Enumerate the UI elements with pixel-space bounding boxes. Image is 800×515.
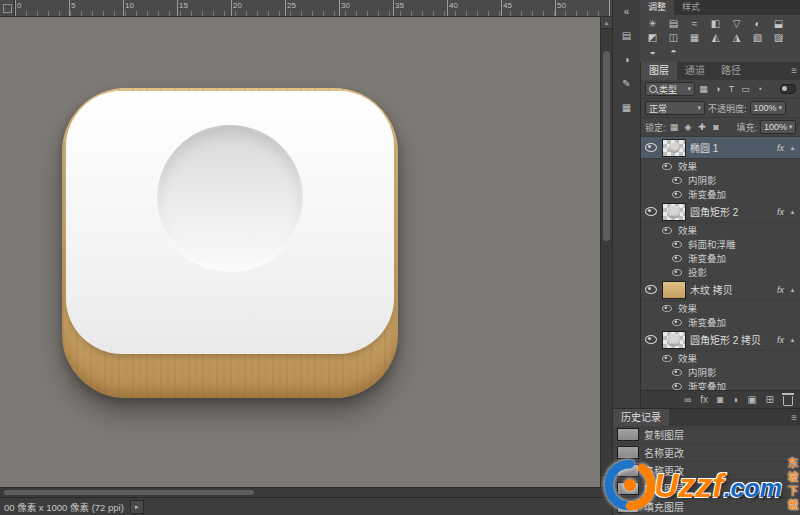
panel-menu-icon[interactable]: ≡ xyxy=(791,409,797,427)
tab-history[interactable]: 历史记录 xyxy=(613,409,669,426)
collapse-effects-icon[interactable]: ▴ xyxy=(788,286,797,294)
tab-layers[interactable]: 图层 xyxy=(641,62,677,80)
horizontal-ruler[interactable]: 0 5 10 15 20 25 30 35 40 45 50 xyxy=(15,0,612,17)
filter-adjustment-icon[interactable]: ◑ xyxy=(712,84,723,94)
layer-mask-icon[interactable]: ◙ xyxy=(717,391,723,409)
layer-name[interactable]: 圆角矩形 2 xyxy=(690,204,773,219)
effects-row[interactable]: 效果 xyxy=(641,301,800,315)
effects-row[interactable]: 效果 xyxy=(641,351,800,365)
visibility-toggle[interactable] xyxy=(644,143,658,152)
filter-pixel-icon[interactable]: ▦ xyxy=(698,84,709,94)
black-white-icon[interactable]: ◩ xyxy=(645,32,660,44)
lock-position-icon[interactable]: ✚ xyxy=(697,122,708,132)
visibility-toggle[interactable] xyxy=(660,226,674,235)
threshold-icon[interactable]: ▨ xyxy=(771,32,786,44)
exposure-icon[interactable]: ◧ xyxy=(708,18,723,30)
invert-icon[interactable]: ◮ xyxy=(729,32,744,44)
effect-row[interactable]: 渐变叠加 xyxy=(641,379,800,390)
collapse-effects-icon[interactable]: ▴ xyxy=(788,208,797,216)
effects-row[interactable]: 效果 xyxy=(641,223,800,237)
lock-transparency-icon[interactable]: ▦ xyxy=(669,122,680,132)
expand-panels-icon[interactable]: « xyxy=(618,4,636,20)
effects-row[interactable]: 效果 xyxy=(641,159,800,173)
filter-kind-select[interactable]: 类型 ▾ xyxy=(645,82,695,96)
layer-thumbnail[interactable] xyxy=(662,281,686,299)
vertical-scrollbar-thumb[interactable] xyxy=(603,51,610,241)
visibility-toggle[interactable] xyxy=(670,254,684,263)
effect-label[interactable]: 投影 xyxy=(688,265,707,279)
layer-style-icon[interactable]: fx xyxy=(700,391,708,409)
hue-saturation-icon[interactable]: ◐ xyxy=(750,18,765,30)
effect-label[interactable]: 渐变叠加 xyxy=(688,315,726,329)
properties-panel-icon[interactable]: ▤ xyxy=(618,28,636,44)
history-item[interactable]: 复制图层 xyxy=(613,426,800,444)
tab-styles[interactable]: 样式 xyxy=(674,0,708,15)
layer-name[interactable]: 圆角矩形 2 拷贝 xyxy=(690,332,773,347)
tab-channels[interactable]: 通道 xyxy=(677,62,713,80)
effect-row[interactable]: 渐变叠加 xyxy=(641,315,800,329)
effect-label[interactable]: 斜面和浮雕 xyxy=(688,237,736,251)
layer-name[interactable]: 木纹 拷贝 xyxy=(690,282,773,297)
canvas[interactable] xyxy=(0,17,600,487)
tab-adjustments[interactable]: 调整 xyxy=(640,0,674,15)
new-group-icon[interactable]: ▣ xyxy=(747,391,756,409)
gradient-map-icon[interactable]: ◒ xyxy=(645,46,660,58)
visibility-toggle[interactable] xyxy=(644,285,658,294)
visibility-toggle[interactable] xyxy=(670,382,684,391)
visibility-toggle[interactable] xyxy=(660,304,674,313)
color-lookup-icon[interactable]: ◭ xyxy=(708,32,723,44)
photo-filter-icon[interactable]: ◫ xyxy=(666,32,681,44)
effects-label[interactable]: 效果 xyxy=(678,301,697,315)
adjustments-panel-icon[interactable]: ◑ xyxy=(618,52,636,68)
collapse-effects-icon[interactable]: ▴ xyxy=(788,144,797,152)
visibility-toggle[interactable] xyxy=(670,240,684,249)
channels-panel-icon[interactable]: ▦ xyxy=(618,100,636,116)
horizontal-scrollbar-thumb[interactable] xyxy=(4,490,254,495)
filter-smart-object-icon[interactable]: ◔ xyxy=(754,84,765,94)
effect-label[interactable]: 渐变叠加 xyxy=(688,379,726,390)
effect-row[interactable]: 内阴影 xyxy=(641,365,800,379)
layer-row-wood-copy[interactable]: 木纹 拷贝 fx ▴ xyxy=(641,279,800,301)
visibility-toggle[interactable] xyxy=(660,162,674,171)
color-balance-icon[interactable]: ⬓ xyxy=(771,18,786,30)
status-menu-button[interactable]: ▸ xyxy=(130,500,144,514)
visibility-toggle[interactable] xyxy=(670,368,684,377)
levels-icon[interactable]: ▤ xyxy=(666,18,681,30)
effect-label[interactable]: 内阴影 xyxy=(688,173,717,187)
visibility-toggle[interactable] xyxy=(644,207,658,216)
filter-type-icon[interactable]: T xyxy=(726,84,737,94)
effects-label[interactable]: 效果 xyxy=(678,223,697,237)
filter-toggle[interactable] xyxy=(780,84,796,94)
layer-thumbnail[interactable] xyxy=(662,139,686,157)
panel-menu-icon[interactable]: ≡ xyxy=(791,62,797,80)
selective-color-icon[interactable]: ◓ xyxy=(666,46,681,58)
scroll-up-icon[interactable]: ▴ xyxy=(601,17,612,29)
layer-thumbnail[interactable] xyxy=(662,331,686,349)
brush-panel-icon[interactable]: ✎ xyxy=(618,76,636,92)
channel-mixer-icon[interactable]: ▦ xyxy=(687,32,702,44)
tab-paths[interactable]: 路径 xyxy=(713,62,749,80)
effect-label[interactable]: 渐变叠加 xyxy=(688,251,726,265)
effects-label[interactable]: 效果 xyxy=(678,351,697,365)
blend-mode-select[interactable]: 正常 ▾ xyxy=(645,101,705,115)
visibility-toggle[interactable] xyxy=(670,268,684,277)
visibility-toggle[interactable] xyxy=(670,176,684,185)
brightness-contrast-icon[interactable]: ☀ xyxy=(645,18,660,30)
effect-row[interactable]: 渐变叠加 xyxy=(641,251,800,265)
layer-name[interactable]: 椭圆 1 xyxy=(690,140,773,155)
ruler-origin-corner[interactable] xyxy=(0,0,15,17)
filter-shape-icon[interactable]: ▭ xyxy=(740,84,751,94)
delete-layer-icon[interactable] xyxy=(783,396,793,406)
visibility-toggle[interactable] xyxy=(670,190,684,199)
layer-row-ellipse-1[interactable]: 椭圆 1 fx ▴ xyxy=(641,137,800,159)
effects-label[interactable]: 效果 xyxy=(678,159,697,173)
vibrance-icon[interactable]: ▽ xyxy=(729,18,744,30)
horizontal-scrollbar[interactable] xyxy=(0,487,612,497)
lock-all-icon[interactable]: ◙ xyxy=(711,122,722,132)
opacity-input[interactable]: 100% ▾ xyxy=(750,101,786,115)
visibility-toggle[interactable] xyxy=(670,318,684,327)
posterize-icon[interactable]: ▧ xyxy=(750,32,765,44)
link-layers-icon[interactable]: ∞ xyxy=(684,391,691,409)
visibility-toggle[interactable] xyxy=(660,354,674,363)
collapse-effects-icon[interactable]: ▴ xyxy=(788,336,797,344)
